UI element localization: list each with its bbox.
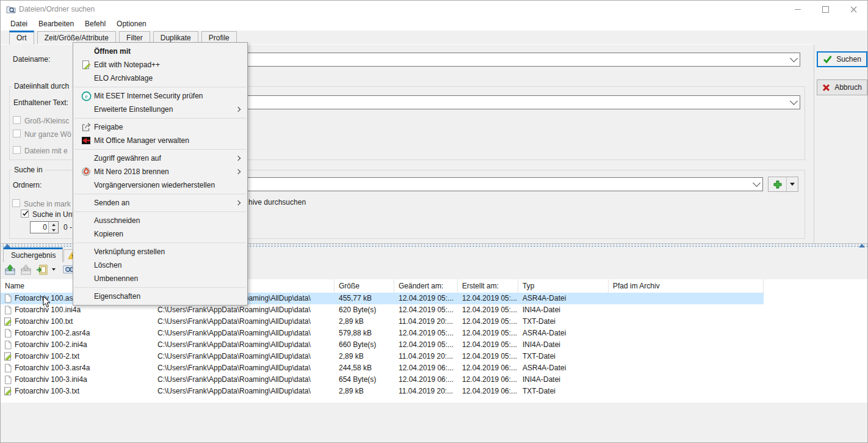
table-body: Fotoarchiv 100.asr4aC:\Users\Frank\AppDa… — [1, 293, 764, 397]
menu-item-label: Zugriff gewähren auf — [94, 154, 161, 163]
title-bar[interactable]: Dateien/Ordner suchen — [1, 1, 867, 18]
menu-item-label: Senden an — [94, 199, 129, 207]
file-name: Fotoarchiv 100-3.txt — [15, 386, 79, 397]
created-date: 12.04.2019 06:... — [458, 386, 518, 397]
load-result-icon — [4, 264, 16, 276]
files-with-checkbox[interactable] — [13, 146, 21, 154]
archive-path — [609, 374, 764, 386]
file-type: TXT-Datei — [518, 351, 609, 362]
modified-date: 12.04.2019 05:... — [394, 339, 458, 351]
menu-separator — [74, 118, 246, 119]
spin-down-icon[interactable] — [49, 227, 58, 233]
menu-separator — [74, 149, 246, 150]
menu-item-label: Mit ESET Internet Security prüfen — [94, 92, 203, 100]
menu-item-vorgängerversionen-wiederherstellen[interactable]: Vorgängerversionen wiederherstellen — [73, 178, 247, 192]
search-button[interactable]: Suchen — [817, 51, 867, 67]
menubar-item-bearbeiten[interactable]: Bearbeiten — [33, 18, 79, 31]
tab-suchergebnis[interactable]: Suchergebnis — [3, 247, 63, 262]
menu-item-löschen[interactable]: Löschen — [73, 258, 247, 272]
tab-ort[interactable]: Ort — [9, 31, 34, 45]
menu-item-mit-office-manager-verwalten[interactable]: Mit Office Manager verwalten — [73, 134, 247, 147]
table-row[interactable]: Fotoarchiv 100-3.ini4aC:\Users\Frank\App… — [1, 374, 764, 386]
file-name: Fotoarchiv 100-3.ini4a — [15, 374, 87, 386]
menu-item-erweiterte-einstellungen[interactable]: Erweiterte Einstellungen — [73, 103, 247, 116]
search-subfolders-checkbox[interactable] — [21, 210, 29, 218]
file-type: ASR4A-Datei — [518, 328, 609, 339]
spin-up-icon[interactable] — [49, 222, 58, 227]
menubar-item-datei[interactable]: Datei — [5, 18, 33, 31]
notepad-plus-icon — [79, 60, 93, 70]
text-file-icon — [4, 387, 12, 396]
file-name: Fotoarchiv 100-3.asr4a — [15, 362, 90, 374]
archive-path — [609, 351, 764, 362]
menubar-item-optionen[interactable]: Optionen — [111, 18, 152, 31]
minimize-button[interactable] — [784, 1, 811, 18]
table-row[interactable]: Fotoarchiv 100-2.asr4aC:\Users\Frank\App… — [1, 328, 764, 339]
file-type: INI4A-Datei — [518, 304, 609, 316]
plus-icon — [769, 177, 786, 191]
column-header-geändert-am[interactable]: Geändert am: — [394, 279, 458, 293]
column-header-pfad-im-archiv[interactable]: Pfad im Archiv — [609, 279, 764, 293]
menu-item-kopieren[interactable]: Kopieren — [73, 227, 247, 241]
search-subfolders-label: Suche in Unte — [32, 210, 78, 219]
close-button[interactable] — [840, 1, 867, 18]
table-row[interactable]: Fotoarchiv 100-3.txtC:\Users\Frank\AppDa… — [1, 386, 764, 397]
export-result-icon — [36, 264, 48, 276]
search-in-group-label: Suche in — [12, 166, 45, 174]
menu-item-ausschneiden[interactable]: Ausschneiden — [73, 214, 247, 227]
menu-item-freigabe[interactable]: Freigabe — [73, 120, 247, 134]
menu-separator — [74, 87, 246, 87]
depth-suffix-label: 0 - — [63, 223, 72, 232]
app-icon — [6, 4, 16, 14]
menu-item-edit-with-notepad++[interactable]: Edit with Notepad++ — [73, 58, 247, 71]
modified-date: 11.04.2019 20:... — [394, 386, 458, 397]
menu-item-elo-archivablage[interactable]: ELO Archivablage — [73, 71, 247, 85]
nero-icon — [79, 167, 93, 177]
depth-value: 0 — [43, 223, 47, 232]
archive-path — [609, 339, 764, 351]
table-row[interactable]: Fotoarchiv 100-2.ini4aC:\Users\Frank\App… — [1, 339, 764, 351]
search-marked-checkbox[interactable] — [12, 199, 20, 207]
table-row[interactable]: Fotoarchiv 100.txtC:\Users\Frank\AppData… — [1, 316, 764, 328]
table-row[interactable]: Fotoarchiv 100.ini4aC:\Users\Frank\AppDa… — [1, 304, 764, 316]
menu-item-label: Verknüpfung erstellen — [94, 247, 165, 256]
menu-item-mit-eset-internet-security-prüfen[interactable]: eMit ESET Internet Security prüfen — [73, 89, 247, 103]
content-group-label: Dateiinhalt durch — [12, 82, 71, 90]
caret-down-icon — [52, 268, 56, 271]
chevron-down-icon — [790, 97, 798, 105]
menu-item-mit-nero-2018-brennen[interactable]: Mit Nero 2018 brennen — [73, 165, 247, 178]
created-date: 12.04.2019 06:... — [458, 374, 518, 386]
column-header-erstellt-am[interactable]: Erstellt am: — [458, 279, 518, 293]
chevron-down-icon — [753, 179, 761, 187]
filename-label: Dateiname: — [13, 55, 50, 64]
load-result-button[interactable] — [4, 263, 17, 276]
table-row[interactable]: Fotoarchiv 100-2.txtC:\Users\Frank\AppDa… — [1, 351, 764, 362]
cancel-button[interactable]: Abbruch — [817, 79, 867, 95]
export-dropdown-button[interactable] — [50, 263, 57, 276]
menu-item-zugriff-gewähren-auf[interactable]: Zugriff gewähren auf — [73, 152, 247, 165]
menu-item-verknüpfung-erstellen[interactable]: Verknüpfung erstellen — [73, 245, 247, 258]
spinner-buttons[interactable] — [48, 222, 58, 233]
modified-date: 12.04.2019 06:... — [394, 374, 458, 386]
add-folder-dropdown[interactable] — [786, 177, 798, 191]
modified-date: 12.04.2019 05:... — [394, 328, 458, 339]
export-result-button[interactable] — [35, 263, 49, 276]
menu-item-umbenennen[interactable]: Umbenennen — [73, 272, 247, 285]
column-header-typ[interactable]: Typ — [518, 279, 609, 293]
file-type: TXT-Datei — [518, 316, 609, 328]
menu-item-senden-an[interactable]: Senden an — [73, 196, 247, 210]
depth-spinner[interactable]: 0 — [30, 221, 59, 233]
column-header-größe[interactable]: Größe — [335, 279, 394, 293]
add-folder-button[interactable] — [768, 177, 798, 192]
case-sensitive-checkbox[interactable] — [13, 116, 21, 124]
table-row[interactable]: Fotoarchiv 100-3.asr4aC:\Users\Frank\App… — [1, 362, 764, 374]
menubar-item-befehl[interactable]: Befehl — [79, 18, 111, 31]
window-title: Dateien/Ordner suchen — [19, 5, 95, 13]
cancel-button-label: Abbruch — [834, 83, 862, 92]
whole-words-checkbox[interactable] — [13, 130, 21, 137]
maximize-button[interactable] — [812, 1, 839, 18]
menu-item-öffnen-mit[interactable]: Öffnen mit — [73, 45, 247, 58]
menu-item-eigenschaften[interactable]: Eigenschaften — [73, 290, 247, 303]
text-file-icon — [4, 317, 12, 326]
save-result-disabled-button[interactable] — [20, 263, 33, 276]
